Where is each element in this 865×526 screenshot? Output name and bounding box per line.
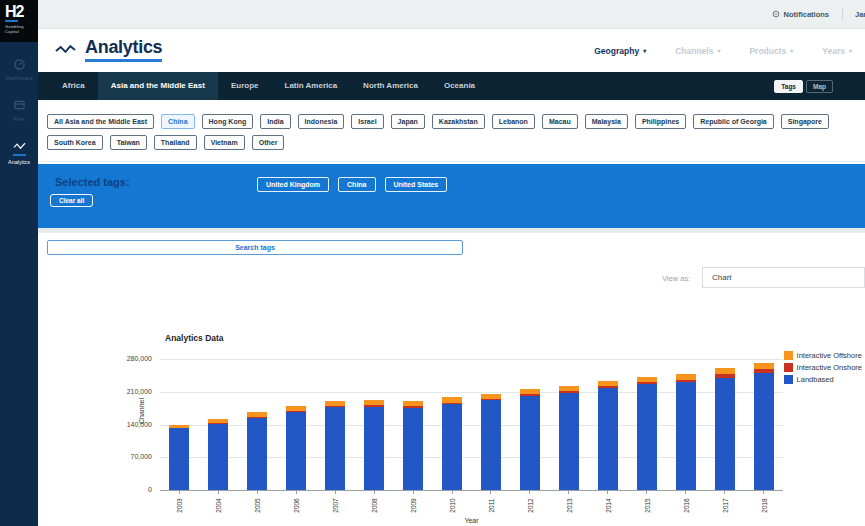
country-tag-kazakhstan[interactable]: Kazakhstan: [432, 114, 485, 129]
selected-tag-united-kingdom[interactable]: United Kingdom: [257, 177, 329, 192]
bar-segment-landbased: [481, 400, 501, 490]
country-tag-japan[interactable]: Japan: [391, 114, 425, 129]
bar-2005[interactable]: [247, 412, 267, 490]
bar-slot: [238, 359, 277, 490]
country-tags-list: All Asia and the Middle EastChinaHong Ko…: [47, 114, 860, 150]
x-tick: 2016: [666, 491, 705, 510]
selected-tags-list: United KingdomChinaUnited States: [257, 177, 447, 192]
y-tick-label: 140,000: [104, 421, 152, 428]
bar-2018[interactable]: [754, 363, 774, 490]
bar-2009[interactable]: [403, 401, 423, 490]
country-tag-indonesia[interactable]: Indonesia: [298, 114, 345, 129]
country-tag-hong-kong[interactable]: Hong Kong: [202, 114, 254, 129]
tab-europe[interactable]: Europe: [218, 72, 272, 100]
country-tag-india[interactable]: India: [260, 114, 290, 129]
bar-segment-landbased: [442, 404, 462, 490]
bar-segment-landbased: [598, 388, 618, 491]
clear-all-button[interactable]: Clear all: [50, 194, 93, 207]
legend-label: Interactive Offshore: [797, 351, 862, 360]
notifications-button[interactable]: Notifications: [772, 10, 842, 19]
legend-label: Interactive Onshore: [797, 363, 862, 372]
bar-2003[interactable]: [169, 425, 189, 490]
x-tick: 2003: [160, 491, 199, 510]
country-tag-other[interactable]: Other: [252, 135, 285, 150]
bar-2012[interactable]: [520, 389, 540, 490]
country-tag-macau[interactable]: Macau: [542, 114, 578, 129]
x-tick: 2005: [238, 491, 277, 510]
country-tag-taiwan[interactable]: Taiwan: [110, 135, 147, 150]
tab-oceania[interactable]: Oceania: [431, 72, 488, 100]
country-tag-philippines[interactable]: Philippines: [635, 114, 686, 129]
bar-2015[interactable]: [637, 377, 657, 490]
x-tick-label: 2010: [448, 494, 457, 518]
bar-segment-landbased: [754, 373, 774, 490]
analytics-line-icon: [55, 43, 76, 56]
x-tick: 2017: [705, 491, 744, 510]
tab-africa[interactable]: Africa: [49, 72, 98, 100]
country-tag-malaysia[interactable]: Malaysia: [585, 114, 628, 129]
tab-latin-america[interactable]: Latin America: [272, 72, 351, 100]
country-tag-israel[interactable]: Israel: [351, 114, 383, 129]
bar-2016[interactable]: [676, 374, 696, 490]
notifications-label: Notifications: [784, 10, 829, 19]
sidebar-item-dashboard[interactable]: Dashboard: [0, 58, 38, 81]
country-tag-thailand[interactable]: Thailand: [154, 135, 197, 150]
sidebar-item-analytics[interactable]: Analytics: [0, 140, 38, 165]
selected-tag-united-states[interactable]: United States: [385, 177, 448, 192]
country-tag-singapore[interactable]: Singapore: [781, 114, 829, 129]
bar-2011[interactable]: [481, 394, 501, 490]
x-tick-label: 2006: [292, 494, 301, 518]
country-tag-vietnam[interactable]: Vietnam: [204, 135, 245, 150]
y-tick-label: 210,000: [104, 388, 152, 395]
bar-2017[interactable]: [715, 368, 735, 490]
x-tick: 2013: [549, 491, 588, 510]
y-tick-label: 70,000: [104, 453, 152, 460]
filter-dropdowns: Geography▾Channels▾Products▾Years▾: [594, 29, 852, 72]
files-icon: [13, 99, 26, 113]
x-tick-label: 2014: [603, 494, 612, 518]
tags-toggle-button[interactable]: Tags: [774, 80, 803, 93]
filter-dropdown-channels[interactable]: Channels▾: [675, 46, 720, 56]
x-tick: 2011: [472, 491, 511, 510]
legend-item-interactive-onshore: Interactive Onshore: [784, 363, 862, 372]
bar-slot: [160, 359, 199, 490]
bar-2013[interactable]: [559, 386, 579, 490]
x-tick-label: 2011: [486, 494, 495, 518]
x-tick-label: 2008: [370, 494, 379, 518]
x-tick: 2008: [355, 491, 394, 510]
bar-2014[interactable]: [598, 381, 618, 490]
bar-segment-landbased: [715, 378, 735, 490]
tab-asia-and-the-middle-east[interactable]: Asia and the Middle East: [98, 72, 218, 100]
bar-segment-landbased: [169, 428, 189, 490]
bar-slot: [588, 359, 627, 490]
country-tag-republic-of-georgia[interactable]: Republic of Georgia: [693, 114, 774, 129]
bar-2010[interactable]: [442, 397, 462, 490]
x-tick-label: 2015: [642, 494, 651, 518]
map-toggle-button[interactable]: Map: [806, 80, 833, 93]
bar-2004[interactable]: [208, 419, 228, 490]
user-menu[interactable]: Jam: [843, 10, 865, 19]
search-tags-button[interactable]: Search tags: [47, 240, 463, 255]
country-tag-lebanon[interactable]: Lebanon: [492, 114, 535, 129]
country-tag-all-asia-and-the-middle-east[interactable]: All Asia and the Middle East: [47, 114, 154, 129]
x-tick-label: 2007: [331, 494, 340, 518]
country-tag-south-korea[interactable]: South Korea: [47, 135, 103, 150]
view-as-select[interactable]: Chart: [702, 267, 865, 288]
page-title-link[interactable]: Analytics: [55, 37, 162, 62]
selected-tag-china[interactable]: China: [338, 177, 375, 192]
bar-slot: [705, 359, 744, 490]
sidebar-item-files[interactable]: Files: [0, 99, 38, 122]
app-logo[interactable]: H2 Gambling Capital: [0, 0, 38, 42]
title-row: Analytics Geography▾Channels▾Products▾Ye…: [38, 29, 865, 72]
filter-dropdown-geography[interactable]: Geography▾: [594, 46, 646, 56]
bar-2007[interactable]: [325, 401, 345, 490]
filter-dropdown-years[interactable]: Years▾: [822, 46, 852, 56]
filter-label: Geography: [594, 46, 639, 56]
section-divider: [38, 228, 865, 233]
filter-dropdown-products[interactable]: Products▾: [749, 46, 793, 56]
y-tick-label: 0: [104, 486, 152, 493]
tab-north-america[interactable]: North America: [350, 72, 431, 100]
country-tag-china[interactable]: China: [161, 114, 194, 129]
bar-2008[interactable]: [364, 400, 384, 490]
bar-2006[interactable]: [286, 406, 306, 490]
